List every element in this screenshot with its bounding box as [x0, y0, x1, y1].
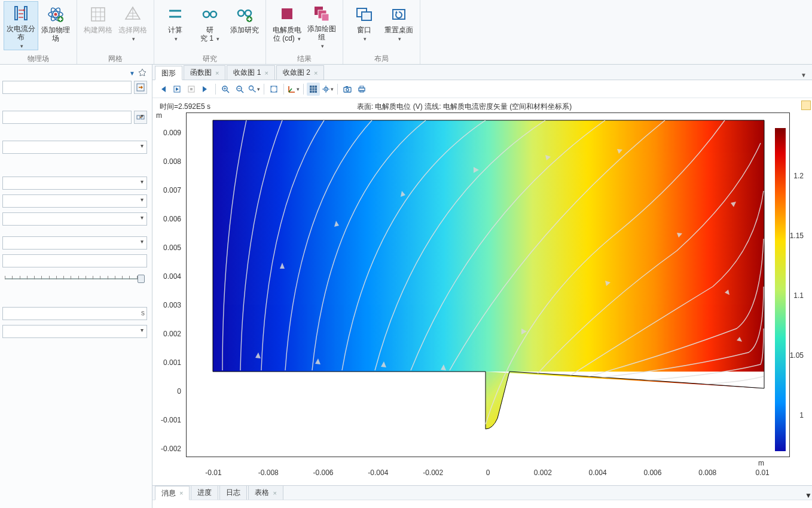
- print-icon[interactable]: [355, 83, 368, 96]
- main-area: ▼: [0, 65, 812, 508]
- y-tick: 0.005: [152, 244, 181, 252]
- anim-stop-icon[interactable]: [185, 83, 198, 96]
- close-icon[interactable]: ×: [273, 489, 276, 497]
- ribbon-item-label: 构建网格: [84, 26, 112, 34]
- bottom-tab-表格[interactable]: 表格×: [248, 485, 283, 500]
- x-tick: -0.002: [423, 469, 443, 477]
- settings-input-1[interactable]: [2, 81, 132, 94]
- expand-panel-icon[interactable]: [801, 101, 811, 110]
- axes-icon[interactable]: ▾: [287, 83, 300, 96]
- ribbon-group-label: 研究: [203, 53, 217, 64]
- ribbon-window[interactable]: 窗口▾: [347, 1, 381, 50]
- ribbon-item-label: 选择网格▾: [118, 26, 147, 43]
- settings-combo-3[interactable]: [2, 177, 147, 190]
- plot-cd-icon: [277, 4, 297, 25]
- y-tick: 0.001: [152, 358, 181, 367]
- ribbon-item-label: 计算▾: [168, 26, 182, 43]
- tab-label: 收敛图 2: [283, 68, 310, 78]
- ribbon-item-label: 研究 1 ▾: [200, 26, 219, 43]
- zoom-out-icon[interactable]: [233, 83, 246, 96]
- pin-icon[interactable]: [139, 69, 147, 77]
- svg-rect-45: [360, 86, 364, 88]
- plot-area[interactable]: 时间=2.592E5 s 表面: 电解质电位 (V) 流线: 电解质电流密度矢量…: [152, 98, 812, 485]
- content-tabs: 图形函数图×收敛图 1×收敛图 2× ▼: [152, 65, 812, 80]
- y-tick: -0.001: [152, 416, 181, 424]
- close-icon[interactable]: ×: [179, 489, 183, 497]
- link-button[interactable]: [134, 111, 147, 124]
- ribbon-item-label: 重置桌面▾: [384, 26, 413, 43]
- add-plotgroup-icon: [312, 4, 332, 23]
- svg-point-8: [203, 11, 209, 17]
- ribbon-study[interactable]: 研究 1 ▾: [193, 1, 227, 50]
- svg-point-12: [245, 10, 251, 16]
- anim-play-icon[interactable]: [170, 83, 184, 96]
- ribbon-add-physics[interactable]: 添加物理场: [38, 1, 73, 50]
- add-study-icon: [234, 4, 255, 25]
- unit-label: s: [141, 309, 145, 317]
- settings-combo-1[interactable]: [2, 111, 132, 124]
- ribbon-group-label: 物理场: [28, 53, 49, 64]
- tab-收敛图 1[interactable]: 收敛图 1×: [227, 65, 274, 80]
- goto-button[interactable]: [134, 81, 147, 94]
- zoom-in-icon[interactable]: [219, 83, 232, 96]
- x-tick: 0.004: [589, 469, 607, 477]
- bottom-tab-进度[interactable]: 进度: [191, 485, 218, 500]
- ribbon-reset-desktop[interactable]: 重置桌面▾: [381, 1, 416, 50]
- y-axis-unit: m: [156, 111, 162, 120]
- ribbon-group-label: 网格: [108, 53, 123, 64]
- ribbon: 次电流分布▾添加物理场物理场构建网格选择网格▾网格计算▾研究 1 ▾添加研究研究…: [0, 0, 812, 65]
- ribbon-plot-cd[interactable]: 电解质电位 (cd) ▾: [270, 1, 304, 50]
- ribbon-current-dist[interactable]: 次电流分布▾: [4, 1, 38, 50]
- svg-rect-38: [310, 86, 317, 93]
- tab-label: 表格: [255, 488, 269, 498]
- tab-图形[interactable]: 图形: [155, 66, 182, 80]
- settings-combo-4[interactable]: [2, 194, 147, 208]
- close-icon[interactable]: ×: [264, 69, 268, 77]
- ribbon-item-label: 窗口▾: [357, 26, 371, 43]
- settings-input-2[interactable]: [2, 254, 147, 267]
- svg-point-3: [54, 13, 57, 16]
- time-slider[interactable]: [5, 273, 145, 285]
- anim-first-icon[interactable]: [156, 83, 169, 96]
- settings-combo-2[interactable]: [2, 141, 147, 154]
- tab-函数图[interactable]: 函数图×: [184, 65, 225, 80]
- bottom-tabs-menu[interactable]: ▼: [805, 491, 812, 500]
- y-tick: 0.002: [152, 330, 181, 338]
- svg-point-11: [238, 10, 244, 16]
- tab-label: 消息: [161, 488, 176, 498]
- reset-desktop-icon: [389, 4, 409, 25]
- bottom-tab-消息[interactable]: 消息×: [155, 486, 190, 500]
- ribbon-compute[interactable]: 计算▾: [158, 1, 193, 50]
- x-axis-unit: m: [758, 459, 764, 467]
- bottom-tab-日志[interactable]: 日志: [219, 485, 247, 500]
- y-tick: -0.002: [152, 445, 181, 453]
- ribbon-item-label: 电解质电位 (cd) ▾: [273, 26, 301, 43]
- grid-icon[interactable]: [307, 83, 320, 96]
- settings-combo-6[interactable]: [2, 236, 147, 250]
- settings-input-time[interactable]: [2, 307, 147, 320]
- svg-line-36: [253, 90, 255, 92]
- panel-menu-dropdown[interactable]: ▼: [129, 70, 135, 77]
- tab-收敛图 2[interactable]: 收敛图 2×: [276, 65, 324, 80]
- ribbon-add-study[interactable]: 添加研究: [227, 1, 262, 50]
- close-icon[interactable]: ×: [215, 69, 219, 77]
- zoom-extents-icon[interactable]: [267, 83, 280, 96]
- settings-combo-5[interactable]: [2, 212, 147, 226]
- y-tick: 0.006: [152, 215, 181, 223]
- settings-combo-7[interactable]: [2, 325, 147, 338]
- scene-light-icon[interactable]: ▾: [321, 83, 334, 96]
- colorbar-tick: 1.2: [793, 172, 804, 180]
- ribbon-select-mesh[interactable]: 选择网格▾: [115, 1, 150, 50]
- tabs-menu-dropdown[interactable]: ▼: [799, 70, 808, 80]
- ribbon-build-mesh[interactable]: 构建网格: [81, 1, 115, 50]
- y-tick: 0.004: [152, 272, 181, 281]
- svg-rect-47: [213, 120, 764, 372]
- zoom-box-icon[interactable]: ▾: [248, 83, 261, 96]
- close-icon[interactable]: ×: [314, 69, 318, 77]
- select-mesh-icon: [123, 4, 143, 25]
- y-tick: 0.009: [152, 129, 181, 137]
- ribbon-add-plotgroup[interactable]: 添加绘图组▾: [304, 1, 339, 50]
- x-tick: -0.01: [205, 469, 221, 477]
- anim-last-icon[interactable]: [199, 83, 212, 96]
- snapshot-icon[interactable]: [341, 83, 354, 96]
